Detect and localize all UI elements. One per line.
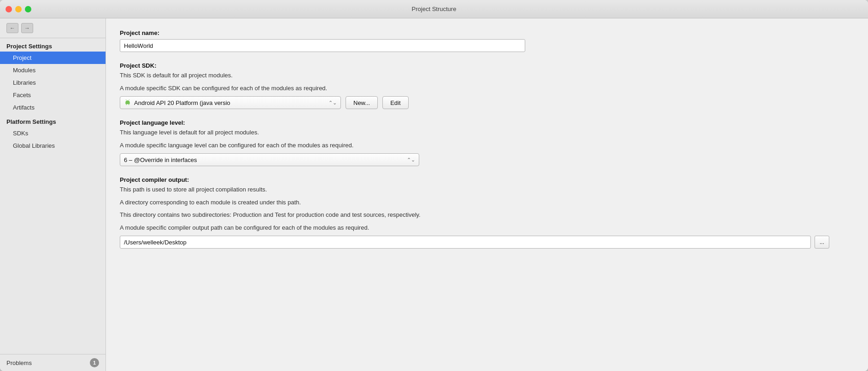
language-level-dropdown-value: 6 – @Override in interfaces xyxy=(124,157,197,163)
window-title: Project Structure xyxy=(412,6,457,12)
compiler-output-row: ... xyxy=(120,236,854,249)
maximize-button[interactable] xyxy=(25,6,31,12)
project-name-input[interactable] xyxy=(120,39,525,52)
project-name-section: Project name: xyxy=(120,29,854,52)
project-language-level-section: Project language level: This language le… xyxy=(120,119,854,166)
platform-settings-label: Platform Settings xyxy=(0,114,106,127)
project-language-level-desc2: A module specific language level can be … xyxy=(120,141,854,150)
sidebar-item-facets-label: Facets xyxy=(13,92,31,99)
project-compiler-output-desc1: This path is used to store all project c… xyxy=(120,185,854,194)
sidebar-item-sdks[interactable]: SDKs xyxy=(0,127,106,139)
project-name-label: Project name: xyxy=(120,29,854,36)
minimize-button[interactable] xyxy=(15,6,22,12)
sidebar-item-global-libraries-label: Global Libraries xyxy=(13,142,55,149)
browse-button[interactable]: ... xyxy=(815,236,829,249)
project-sdk-desc1: This SDK is default for all project modu… xyxy=(120,71,854,80)
project-compiler-output-section: Project compiler output: This path is us… xyxy=(120,176,854,249)
sidebar-item-artifacts-label: Artifacts xyxy=(13,104,35,111)
problems-badge: 1 xyxy=(90,358,99,367)
project-compiler-output-desc3: This directory contains two subdirectori… xyxy=(120,210,854,220)
sidebar-item-libraries-label: Libraries xyxy=(13,79,36,86)
svg-rect-2 xyxy=(126,104,127,105)
project-compiler-output-desc4: A module specific compiler output path c… xyxy=(120,223,854,232)
sdk-dropdown-text: Android API 20 Platform (java versio xyxy=(124,99,328,106)
sdk-dropdown-arrow: ⌃⌄ xyxy=(328,100,337,106)
sidebar-item-facets[interactable]: Facets xyxy=(0,89,106,101)
project-language-level-title: Project language level: xyxy=(120,119,854,126)
sidebar-nav: ← → xyxy=(0,18,106,38)
problems-label[interactable]: Problems xyxy=(6,359,32,366)
sidebar-item-global-libraries[interactable]: Global Libraries xyxy=(0,139,106,152)
project-settings-label: Project Settings xyxy=(0,38,106,52)
sdk-edit-button[interactable]: Edit xyxy=(382,96,408,109)
sidebar-item-modules-label: Modules xyxy=(13,67,35,74)
project-structure-window: Project Structure ← → Project Settings P… xyxy=(0,0,868,371)
sidebar: ← → Project Settings Project Modules Lib… xyxy=(0,18,106,371)
sdk-new-button[interactable]: New... xyxy=(346,96,378,109)
sdk-row: Android API 20 Platform (java versio ⌃⌄ … xyxy=(120,96,854,109)
svg-rect-3 xyxy=(129,104,129,105)
project-sdk-section: Project SDK: This SDK is default for all… xyxy=(120,62,854,109)
sidebar-item-sdks-label: SDKs xyxy=(13,130,28,137)
project-language-level-desc1: This language level is default for all p… xyxy=(120,128,854,137)
sidebar-item-project[interactable]: Project xyxy=(0,52,106,64)
close-button[interactable] xyxy=(6,6,12,12)
android-icon xyxy=(124,99,131,106)
language-level-dropdown-arrow: ⌃⌄ xyxy=(407,157,415,163)
sidebar-item-artifacts[interactable]: Artifacts xyxy=(0,101,106,114)
content-area: ← → Project Settings Project Modules Lib… xyxy=(0,18,868,371)
project-compiler-output-title: Project compiler output: xyxy=(120,176,854,183)
title-bar: Project Structure xyxy=(0,0,868,18)
sidebar-item-libraries[interactable]: Libraries xyxy=(0,76,106,89)
project-sdk-title: Project SDK: xyxy=(120,62,854,69)
sidebar-item-modules[interactable]: Modules xyxy=(0,64,106,76)
project-compiler-output-desc2: A directory corresponding to each module… xyxy=(120,198,854,207)
language-level-dropdown[interactable]: 6 – @Override in interfaces ⌃⌄ xyxy=(120,153,419,166)
main-content: Project name: Project SDK: This SDK is d… xyxy=(106,18,868,371)
nav-back-button[interactable]: ← xyxy=(6,23,18,33)
sidebar-bottom: Problems 1 xyxy=(0,354,106,371)
nav-forward-button[interactable]: → xyxy=(21,23,33,33)
sdk-dropdown-value: Android API 20 Platform (java versio xyxy=(134,99,230,106)
compiler-output-path-input[interactable] xyxy=(120,236,811,249)
sdk-dropdown[interactable]: Android API 20 Platform (java versio ⌃⌄ xyxy=(120,96,341,109)
sidebar-item-project-label: Project xyxy=(13,54,31,61)
window-controls xyxy=(6,6,31,12)
project-sdk-desc2: A module specific SDK can be configured … xyxy=(120,84,854,93)
